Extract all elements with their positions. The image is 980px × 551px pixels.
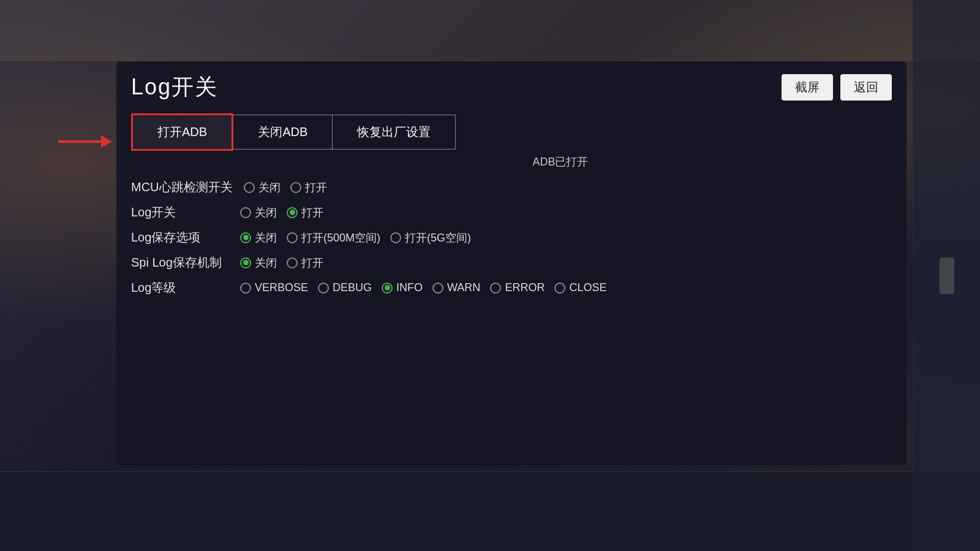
- save-500m-radio: [287, 232, 298, 243]
- save-5g-label: 打开(5G空间): [405, 230, 471, 245]
- spi-off-option[interactable]: 关闭: [240, 256, 277, 270]
- save-off-radio: [240, 232, 251, 243]
- open-adb-button[interactable]: 打开ADB: [131, 113, 233, 151]
- right-edge-panel: [913, 0, 980, 551]
- log-save-options: 关闭 打开(500M空间) 打开(5G空间): [240, 230, 471, 245]
- mcu-off-label: 关闭: [258, 180, 281, 195]
- red-arrow-annotation: [58, 135, 112, 148]
- log-level-row: Log等级 VERBOSE DEBUG INFO WARN: [131, 279, 892, 296]
- log-switch-label: Log开关: [131, 204, 229, 221]
- save-5g-radio: [390, 232, 401, 243]
- close-adb-button[interactable]: 关闭ADB: [233, 115, 333, 150]
- mcu-heartbeat-row: MCU心跳检测开关 关闭 打开: [131, 179, 892, 196]
- log-off-option[interactable]: 关闭: [240, 205, 277, 220]
- save-5g-option[interactable]: 打开(5G空间): [390, 230, 471, 245]
- mcu-off-radio: [244, 182, 255, 193]
- log-off-label: 关闭: [255, 205, 277, 220]
- spi-off-radio: [240, 257, 251, 268]
- settings-area: MCU心跳检测开关 关闭 打开 Log开关 关闭: [116, 169, 907, 296]
- header-buttons: 截屏 返回: [782, 74, 892, 101]
- page-title: Log开关: [131, 72, 218, 102]
- debug-radio: [318, 283, 329, 294]
- log-on-option[interactable]: 打开: [287, 205, 323, 220]
- spi-log-options: 关闭 打开: [240, 256, 323, 270]
- mcu-off-option[interactable]: 关闭: [244, 180, 281, 195]
- log-on-label: 打开: [301, 205, 323, 220]
- info-option[interactable]: INFO: [382, 281, 423, 294]
- log-switch-options: 关闭 打开: [240, 205, 323, 220]
- save-off-label: 关闭: [255, 230, 277, 245]
- main-panel: Log开关 截屏 返回 打开ADB 关闭ADB 恢复出厂设置 ADB已打开 MC…: [116, 61, 907, 465]
- save-off-option[interactable]: 关闭: [240, 230, 277, 245]
- close-radio: [554, 283, 565, 294]
- spi-on-radio: [287, 257, 298, 268]
- save-500m-option[interactable]: 打开(500M空间): [287, 230, 380, 245]
- error-option[interactable]: ERROR: [490, 281, 545, 294]
- top-bar: [0, 0, 980, 61]
- panel-header: Log开关 截屏 返回: [116, 61, 907, 108]
- mcu-heartbeat-options: 关闭 打开: [244, 180, 327, 195]
- error-radio: [490, 283, 501, 294]
- warn-radio: [432, 283, 443, 294]
- mcu-on-label: 打开: [305, 180, 327, 195]
- verbose-radio: [240, 283, 251, 294]
- adb-status: ADB已打开: [229, 154, 892, 169]
- close-label: CLOSE: [569, 281, 606, 294]
- save-500m-label: 打开(500M空间): [301, 230, 380, 245]
- spi-on-label: 打开: [301, 256, 323, 270]
- arrow-head: [101, 135, 112, 148]
- log-switch-row: Log开关 关闭 打开: [131, 204, 892, 221]
- spi-on-option[interactable]: 打开: [287, 256, 323, 270]
- bottom-bar: [0, 471, 980, 551]
- log-save-label: Log保存选项: [131, 229, 229, 246]
- spi-off-label: 关闭: [255, 256, 277, 270]
- log-level-label: Log等级: [131, 279, 229, 296]
- spi-log-row: Spi Log保存机制 关闭 打开: [131, 254, 892, 271]
- arrow-line: [58, 140, 101, 143]
- info-radio: [382, 283, 393, 294]
- verbose-label: VERBOSE: [255, 281, 308, 294]
- back-button[interactable]: 返回: [840, 74, 892, 101]
- close-option[interactable]: CLOSE: [554, 281, 606, 294]
- warn-option[interactable]: WARN: [432, 281, 480, 294]
- log-on-radio: [287, 207, 298, 218]
- info-label: INFO: [396, 281, 423, 294]
- adb-buttons-row: 打开ADB 关闭ADB 恢复出厂设置: [131, 113, 892, 151]
- factory-reset-button[interactable]: 恢复出厂设置: [333, 115, 456, 150]
- screenshot-button[interactable]: 截屏: [782, 74, 833, 101]
- mcu-on-option[interactable]: 打开: [290, 180, 327, 195]
- log-off-radio: [240, 207, 251, 218]
- mcu-heartbeat-label: MCU心跳检测开关: [131, 179, 233, 196]
- verbose-option[interactable]: VERBOSE: [240, 281, 308, 294]
- log-level-options: VERBOSE DEBUG INFO WARN ERROR: [240, 281, 606, 294]
- spi-log-label: Spi Log保存机制: [131, 254, 229, 271]
- debug-option[interactable]: DEBUG: [318, 281, 372, 294]
- right-edge-strip: [940, 257, 954, 294]
- mcu-on-radio: [290, 182, 301, 193]
- warn-label: WARN: [447, 281, 480, 294]
- log-save-row: Log保存选项 关闭 打开(500M空间) 打开(5G空间): [131, 229, 892, 246]
- debug-label: DEBUG: [333, 281, 372, 294]
- error-label: ERROR: [505, 281, 545, 294]
